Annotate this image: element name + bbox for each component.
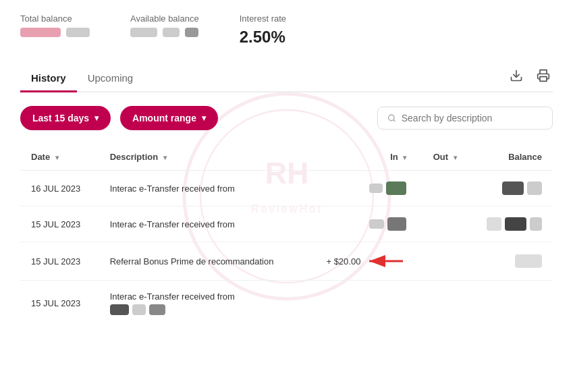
balance-placeholder-dark [502,181,524,195]
interest-rate-label: Interest rate [240,13,286,24]
in-sort-icon: ▾ [403,154,406,161]
transaction-in [304,171,417,206]
in-placeholder [369,184,383,193]
download-button[interactable] [507,66,526,85]
in-placeholder-light [369,219,384,229]
balance-placeholder-dark [505,217,526,231]
print-button[interactable] [534,66,553,85]
column-header-date[interactable]: Date ▾ [20,144,99,171]
download-icon [510,69,523,82]
transaction-date: 16 JUL 2023 [20,171,99,206]
transaction-balance [468,242,553,281]
available-balance-block: Available balance [130,13,199,37]
bonus-amount: + $20.00 [326,256,360,267]
table-header-row: Date ▾ Description ▾ In ▾ Out ▾ Balance [20,144,553,171]
out-sort-icon: ▾ [454,154,457,161]
balance-placeholder-gray [530,217,542,231]
transaction-balance [468,171,553,206]
search-input[interactable] [402,113,543,123]
available-balance-placeholder-1 [130,28,157,37]
transaction-out [417,206,467,242]
in-placeholder-green [386,181,406,195]
filters-row: Last 15 days ▾ Amount range ▾ [20,106,553,130]
available-balance-label: Available balance [130,13,199,24]
description-sort-icon: ▾ [163,154,167,161]
transactions-table: Date ▾ Description ▾ In ▾ Out ▾ Balance [20,144,553,326]
table-row: 15 JUL 2023 Referral Bonus Prime de reco… [20,242,553,281]
available-balance-value [130,28,199,37]
column-header-in[interactable]: In ▾ [304,144,417,171]
transaction-in [304,206,417,242]
desc-text: Interac e-Transfer received from [110,291,235,302]
transaction-in [304,281,417,327]
total-balance-label: Total balance [20,13,90,24]
desc-placeholder-dark [110,304,129,315]
balance-placeholder [515,254,542,268]
transaction-balance [468,281,553,327]
interest-rate-value: 2.50% [240,28,286,47]
transaction-balance [468,206,553,242]
total-balance-value [20,28,90,37]
transaction-out [417,171,467,206]
desc-placeholder-gray2 [149,304,165,315]
search-box [377,107,553,130]
stats-row: Total balance Available balance Interest… [20,13,553,47]
transaction-date: 15 JUL 2023 [20,206,99,242]
total-balance-block: Total balance [20,13,90,37]
tabs-row: History Upcoming [20,65,553,92]
transaction-description: Referral Bonus Prime de recommandation [99,242,304,281]
interest-rate-number: 2.50% [240,28,285,47]
transaction-description: Interac e-Transfer received from [99,281,304,327]
table-row: 15 JUL 2023 Interac e-Transfer received … [20,206,553,242]
red-arrow-icon [366,253,406,269]
transaction-in: + $20.00 [304,242,417,281]
column-header-description[interactable]: Description ▾ [99,144,304,171]
available-balance-placeholder-2 [163,28,180,37]
total-balance-placeholder-1 [20,28,61,37]
svg-line-7 [393,119,395,121]
tab-actions [507,66,553,90]
date-range-chevron-icon: ▾ [94,113,99,123]
tab-upcoming[interactable]: Upcoming [77,65,144,92]
balance-placeholder-lightest [487,217,501,231]
column-header-balance: Balance [468,144,553,171]
in-placeholder-gray [387,217,406,231]
table-row: 15 JUL 2023 Interac e-Transfer received … [20,281,553,327]
date-sort-icon: ▾ [55,154,59,161]
interest-rate-block: Interest rate 2.50% [240,13,286,47]
transaction-description: Interac e-Transfer received from [99,206,304,242]
search-icon [387,113,396,123]
print-icon [537,69,550,82]
transaction-description: Interac e-Transfer received from [99,171,304,206]
table-row: 16 JUL 2023 Interac e-Transfer received … [20,171,553,206]
transaction-date: 15 JUL 2023 [20,242,99,281]
svg-rect-5 [540,77,547,82]
amount-range-filter[interactable]: Amount range ▾ [120,106,218,130]
transaction-date: 15 JUL 2023 [20,281,99,327]
date-range-filter[interactable]: Last 15 days ▾ [20,106,111,130]
transaction-out [417,242,467,281]
transaction-out [417,281,467,327]
column-header-out[interactable]: Out ▾ [417,144,467,171]
available-balance-placeholder-3 [185,28,198,37]
desc-placeholder-gray1 [132,304,146,315]
total-balance-placeholder-2 [66,28,90,37]
tab-history[interactable]: History [20,65,77,92]
balance-placeholder-light [527,181,542,195]
amount-range-chevron-icon: ▾ [202,113,206,123]
